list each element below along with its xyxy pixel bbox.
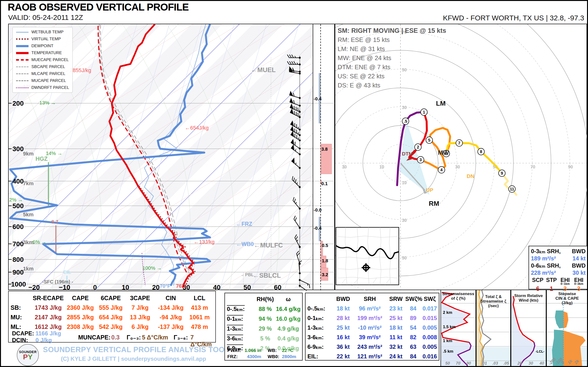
svg-text:4: 4: [440, 168, 443, 172]
sfc-temp70-label: 70°F: [160, 283, 171, 289]
dwndrft-swatch: [16, 87, 28, 88]
svg-text:500: 500: [12, 202, 24, 210]
svg-text:5: 5: [428, 138, 430, 142]
skewt-legend: WETBULB TEMP VIRTUAL TEMP DEWPOINT TEMPE…: [12, 27, 73, 93]
svg-text:13% →: 13% →: [39, 100, 56, 105]
svg-text:1.8: 1.8: [322, 258, 328, 263]
mlcape-swatch: [16, 73, 28, 74]
svg-text:100% →: 100% →: [142, 265, 162, 271]
temperature-swatch: [16, 52, 28, 54]
svg-text:10: 10: [402, 180, 407, 185]
srh-summary-box: 0-3ₖₘ SRH,BWD 189 m²/s²14 kt 0-6ₖₘ SRH,B…: [528, 246, 588, 289]
skewt-panel: 200300 400500 600700 800900 1000 −20−10 …: [8, 24, 313, 290]
legend-label: VIRTUAL TEMP: [31, 37, 61, 42]
svg-text:700: 700: [12, 240, 24, 248]
col-srecape: SR-ECAPE: [32, 295, 65, 302]
svg-text:←WB0: ←WB0: [236, 241, 254, 247]
logo-py: PY: [23, 354, 33, 360]
cape-area-upper: [563, 311, 568, 328]
svg-text:2% →: 2% →: [9, 197, 23, 202]
moisture-table: RH(%) ω 0-.5ₖₘ: 88 % 16.4 g/kg 0-1ₖₘ: 94…: [225, 293, 303, 360]
lcl-marker: -LCL-: [536, 350, 544, 353]
svg-text:14% →: 14% →: [46, 150, 62, 156]
rm-readout: RM: ESE @ 15 kts: [338, 35, 446, 44]
svg-text:2: 2: [417, 145, 419, 150]
srh03-label: 0-3ₖₘ SRH,: [531, 248, 561, 255]
svg-text:−20: −20: [28, 284, 40, 291]
omega-header: ω: [275, 296, 301, 303]
wb-label: WB:: [268, 348, 277, 353]
wetbulb-line-swatch: [16, 32, 28, 33]
valid-time: VALID: 05-24-2011 12Z: [8, 13, 83, 22]
credits-line1: SOUNDERPY VERTICAL PROFILE ANALYSIS TOOL: [43, 345, 229, 354]
svg-text:40: 40: [213, 284, 220, 291]
col-cin: CIN: [155, 295, 187, 302]
svg-text:−10: −10: [59, 284, 70, 291]
svg-text:200: 200: [12, 100, 24, 107]
svg-text:70: 70: [530, 165, 535, 169]
svg-text:300: 300: [12, 145, 24, 153]
dcin-value: 0 J/kg: [35, 337, 52, 343]
legend-label: MUECAPE PARCEL: [31, 58, 69, 62]
svg-text:50: 50: [402, 256, 407, 260]
svg-text:30: 30: [402, 218, 407, 223]
svg-text:←SBLCL: ←SBLCL: [253, 272, 281, 279]
svg-text:.5: .5: [404, 119, 407, 124]
svg-text:10: 10: [379, 165, 384, 169]
svg-text:800: 800: [12, 256, 24, 263]
sounderpy-figure: RAOB OBSERVED VERTICAL PROFILE VALID: 05…: [0, 0, 588, 367]
stepwise-cin-cape-panel: Stepwise CIN & CAPE (J/kg) -200 -100 0 1…: [546, 290, 588, 367]
wb0-label: WB0:: [268, 354, 279, 359]
svg-text:20: 20: [152, 284, 159, 291]
svg-text:-0.0: -0.0: [314, 208, 321, 212]
svg-text:900: 900: [12, 268, 24, 276]
srw-panel: Storm Relative Wind (kts) -LCL- 20 30 40: [511, 290, 546, 367]
frz-value: 4300m: [247, 354, 261, 359]
ehi3-value: 3: [572, 285, 586, 292]
svg-text:30: 30: [455, 165, 460, 169]
lapse03-value: 5 Δ°C/km: [142, 334, 168, 341]
stp-value: 1: [545, 285, 558, 292]
mw-readout: MW: ENE @ 24 kts: [338, 53, 446, 63]
pwat-value: 1.066 in: [245, 348, 261, 353]
svg-text:600: 600: [12, 223, 24, 230]
page-title: RAOB OBSERVED VERTICAL PROFILE: [8, 1, 189, 13]
lapse03-label: Γ₀₋₃:: [127, 334, 141, 341]
svg-text:50: 50: [243, 284, 251, 291]
dn-label: DN: [467, 173, 474, 179]
mucape-swatch: [16, 80, 28, 81]
bwd06-value: 30 kt: [572, 269, 586, 276]
stp-label: STP: [545, 277, 558, 283]
svg-text:←13J/kg: ←13J/kg: [194, 239, 215, 245]
legend-label: MUCAPE PARCEL: [31, 78, 66, 83]
svg-text:0.5: 0.5: [322, 243, 328, 248]
station-label: KFWD - FORT WORTH, TX US | 32.8, -97.3: [443, 14, 584, 22]
svg-text:EIL: EIL: [63, 269, 71, 275]
svg-text:30: 30: [342, 165, 347, 169]
dcin-label: DCIN:: [12, 337, 28, 343]
up-label: UP: [426, 187, 433, 193]
ehi1-label: EHI: [558, 277, 572, 283]
ds-readout: DS: E @ 43 kts: [338, 81, 446, 90]
svg-text:60: 60: [274, 284, 281, 291]
bwd03-value: 14 kt: [572, 255, 586, 262]
cin-area-upper: [555, 310, 563, 328]
row-sb: SB:: [10, 304, 32, 311]
svg-text:-0.4: -0.4: [314, 96, 321, 101]
col-3cape: 3CAPE: [126, 295, 155, 302]
col-6cape: 6CAPE: [96, 295, 126, 302]
temp-advection-strip: -0.4 3.8 0.1 -0.0 -0.4 0.5 1.8 3.2: [313, 24, 335, 290]
shear-table: BWD SRH SRW SWζ% SWζ 0-.5ₖₘ: 18 kt 96 m²…: [305, 293, 439, 360]
dcape-label: DCAPE:: [12, 330, 34, 337]
streamwiseness-panel: Streamwiseness of ζ (%) 2 km 1.5 km 1 km…: [441, 290, 476, 367]
svg-text:30: 30: [402, 105, 407, 110]
srh03-value: 189 m²/s²: [531, 255, 556, 262]
bwd06-label: BWD: [572, 262, 586, 269]
pwat-label: PWAT:: [227, 348, 241, 353]
muecape-swatch: [16, 59, 28, 61]
muncape-label: MUNCAPE:: [78, 334, 111, 341]
svg-text:-0.4: -0.4: [314, 226, 321, 231]
svg-text:←MULFC: ←MULFC: [254, 242, 283, 249]
credits-line2: (C) KYLE J GILLETT | sounderpysoundings.…: [61, 356, 206, 362]
scp-label: SCP: [531, 277, 545, 283]
